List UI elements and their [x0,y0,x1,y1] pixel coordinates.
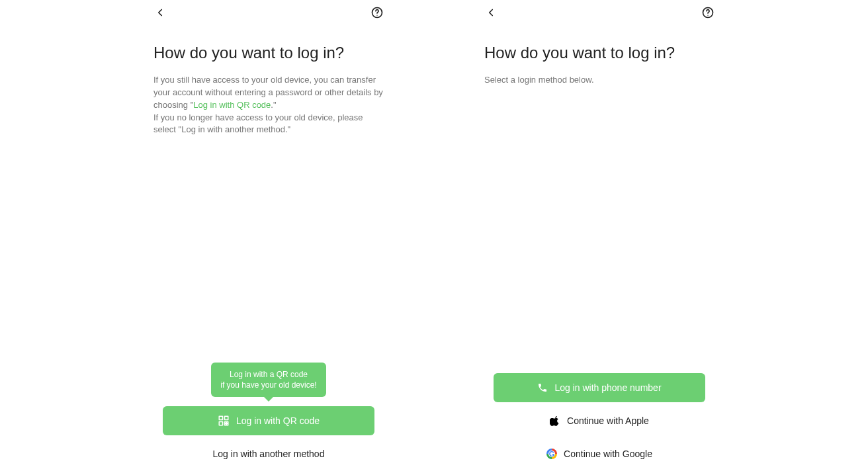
svg-rect-7 [224,424,226,425]
svg-rect-2 [219,416,222,419]
chevron-left-icon [485,7,497,19]
login-method-screen-select: How do you want to log in? Select a logi… [480,1,718,474]
login-qr-label: Log in with QR code [236,415,320,426]
help-button[interactable] [369,5,385,21]
help-icon [370,6,384,19]
svg-rect-4 [219,422,222,425]
apple-icon [550,415,560,427]
tooltip-line-1: Log in with a QR code [230,370,308,379]
phone-icon [537,382,548,393]
content: How do you want to log in? Select a logi… [480,24,718,87]
svg-rect-5 [224,422,226,423]
topbar [150,1,388,24]
login-method-screen-qr: How do you want to log in? If you still … [150,1,388,474]
desc-text-2: If you no longer have access to your old… [153,112,363,135]
content: How do you want to log in? If you still … [150,24,388,136]
page-title: How do you want to log in? [153,44,384,62]
svg-rect-8 [226,422,228,423]
qr-code-icon [218,415,230,427]
chevron-left-icon [154,7,166,19]
svg-point-1 [376,15,377,16]
help-button[interactable] [700,5,716,21]
tooltip-line-2: if you have your old device! [220,380,316,390]
continue-google-label: Continue with Google [564,449,652,459]
login-other-label: Log in with another method [213,449,325,459]
svg-rect-3 [224,416,228,419]
help-icon [701,6,715,19]
continue-apple-button[interactable]: Continue with Apple [494,406,705,435]
bottom-actions: Log in with a QR code if you have your o… [150,363,388,474]
google-icon [546,449,557,459]
back-button[interactable] [152,5,168,21]
qr-tooltip: Log in with a QR code if you have your o… [211,363,326,397]
description: Select a login method below. [484,74,715,87]
svg-point-10 [707,15,708,16]
bottom-actions: Log in with phone number Continue with A… [480,373,718,474]
login-qr-button[interactable]: Log in with QR code [163,406,374,435]
continue-google-button[interactable]: Continue with Google [494,439,705,468]
description: If you still have access to your old dev… [153,74,384,136]
topbar [480,1,718,24]
back-button[interactable] [483,5,499,21]
desc-text-1b: ." [271,100,276,110]
page-title: How do you want to log in? [484,44,715,62]
svg-rect-6 [226,424,228,425]
login-other-button[interactable]: Log in with another method [163,439,374,468]
login-phone-button[interactable]: Log in with phone number [494,373,705,402]
login-phone-label: Log in with phone number [554,382,661,393]
continue-apple-label: Continue with Apple [567,415,649,426]
qr-code-link[interactable]: Log in with QR code [193,100,271,110]
